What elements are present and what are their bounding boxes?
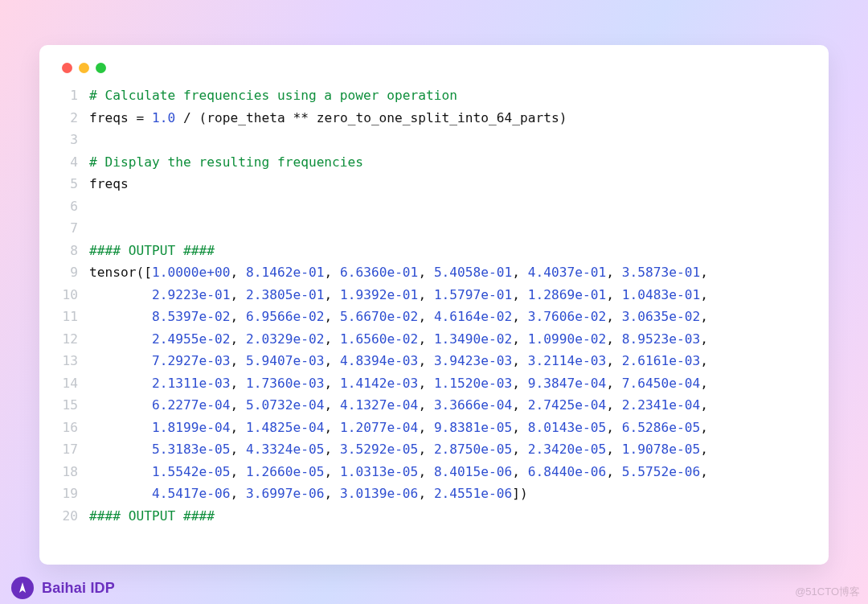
- close-icon: [62, 63, 72, 73]
- line-number: 7: [62, 217, 89, 240]
- number-literal: 1.0: [152, 107, 175, 129]
- line-number: 6: [62, 195, 89, 218]
- brand-logo-icon: [11, 577, 34, 599]
- code-line: 10 2.9223e-01, 2.3805e-01, 1.9392e-01, 1…: [62, 284, 806, 306]
- code-line: 3: [62, 129, 806, 151]
- code-line: 12 2.4955e-02, 2.0329e-02, 1.6560e-02, 1…: [62, 328, 806, 351]
- code-line: 9tensor([1.0000e+00, 8.1462e-01, 6.6360e…: [62, 261, 806, 284]
- watermark: @51CTO博客: [795, 585, 860, 599]
- minimize-icon: [79, 63, 89, 73]
- indent: [89, 328, 152, 351]
- line-number: 18: [62, 461, 89, 483]
- line-number: 3: [62, 129, 89, 151]
- code-line: 11 8.5397e-02, 6.9566e-02, 5.6670e-02, 4…: [62, 306, 806, 328]
- line-number: 15: [62, 394, 89, 417]
- line-number: 19: [62, 483, 89, 505]
- window-controls: [62, 63, 806, 73]
- code-line: 1# Calculate frequencies using a power o…: [62, 84, 806, 107]
- brand-name: Baihai IDP: [42, 580, 115, 597]
- line-number: 9: [62, 261, 89, 284]
- code-line: 2freqs = 1.0 / (rope_theta ** zero_to_on…: [62, 107, 806, 129]
- code-line: 17 5.3183e-05, 4.3324e-05, 3.5292e-05, 2…: [62, 438, 806, 461]
- indent: [89, 394, 152, 417]
- code-line: 16 1.8199e-04, 1.4825e-04, 1.2077e-04, 9…: [62, 417, 806, 439]
- line-number: 16: [62, 417, 89, 439]
- code-line: 14 2.1311e-03, 1.7360e-03, 1.4142e-03, 1…: [62, 372, 806, 395]
- code-text: =: [136, 107, 152, 129]
- comment: # Display the resulting frequencies: [89, 151, 363, 174]
- indent: [89, 372, 152, 395]
- code-text: tensor([: [89, 261, 152, 284]
- line-number: 20: [62, 505, 89, 528]
- indent: [89, 306, 152, 328]
- code-line: 13 7.2927e-03, 5.9407e-03, 4.8394e-03, 3…: [62, 350, 806, 372]
- tensor-row: 2.4955e-02, 2.0329e-02, 1.6560e-02, 1.34…: [152, 328, 708, 351]
- line-number: 12: [62, 328, 89, 351]
- line-number: 8: [62, 240, 89, 262]
- comment: # Calculate frequencies using a power op…: [89, 84, 457, 107]
- zoom-icon: [96, 63, 106, 73]
- code-line: 4# Display the resulting frequencies: [62, 151, 806, 174]
- line-number: 1: [62, 84, 89, 107]
- code-text: freqs: [89, 107, 136, 129]
- code-line: 20#### OUTPUT ####: [62, 505, 806, 528]
- brand-footer: Baihai IDP: [11, 577, 115, 599]
- indent: [89, 438, 152, 461]
- line-number: 13: [62, 350, 89, 372]
- line-number: 4: [62, 151, 89, 174]
- line-number: 5: [62, 173, 89, 195]
- line-number: 14: [62, 372, 89, 395]
- line-number: 11: [62, 306, 89, 328]
- indent: [89, 483, 152, 505]
- tensor-row: 4.5417e-06, 3.6997e-06, 3.0139e-06, 2.45…: [152, 483, 528, 505]
- code-text: / (rope_theta ** zero_to_one_split_into_…: [175, 107, 567, 129]
- code-line: 18 1.5542e-05, 1.2660e-05, 1.0313e-05, 8…: [62, 461, 806, 483]
- tensor-row: 6.2277e-04, 5.0732e-04, 4.1327e-04, 3.36…: [152, 394, 708, 417]
- tensor-row: 7.2927e-03, 5.9407e-03, 4.8394e-03, 3.94…: [152, 350, 708, 372]
- line-number: 17: [62, 438, 89, 461]
- line-number: 2: [62, 107, 89, 129]
- indent: [89, 350, 152, 372]
- code-card: 1# Calculate frequencies using a power o…: [39, 45, 829, 565]
- indent: [89, 461, 152, 483]
- line-number: 10: [62, 284, 89, 306]
- tensor-row: 8.5397e-02, 6.9566e-02, 5.6670e-02, 4.61…: [152, 306, 708, 328]
- tensor-row: 1.8199e-04, 1.4825e-04, 1.2077e-04, 9.83…: [152, 417, 708, 439]
- code-text: freqs: [89, 173, 129, 195]
- code-line: 5freqs: [62, 173, 806, 195]
- code-line: 8#### OUTPUT ####: [62, 240, 806, 262]
- code-line: 15 6.2277e-04, 5.0732e-04, 4.1327e-04, 3…: [62, 394, 806, 417]
- code-line: 7: [62, 217, 806, 240]
- output-header: #### OUTPUT ####: [89, 240, 215, 262]
- tensor-row: 2.9223e-01, 2.3805e-01, 1.9392e-01, 1.57…: [152, 284, 708, 306]
- tensor-row: 5.3183e-05, 4.3324e-05, 3.5292e-05, 2.87…: [152, 438, 708, 461]
- code-block: 1# Calculate frequencies using a power o…: [62, 84, 806, 527]
- tensor-row: 1.5542e-05, 1.2660e-05, 1.0313e-05, 8.40…: [152, 461, 708, 483]
- code-line: 6: [62, 195, 806, 218]
- code-line: 19 4.5417e-06, 3.6997e-06, 3.0139e-06, 2…: [62, 483, 806, 505]
- output-header: #### OUTPUT ####: [89, 505, 215, 528]
- indent: [89, 284, 152, 306]
- indent: [89, 417, 152, 439]
- tensor-row: 1.0000e+00, 8.1462e-01, 6.6360e-01, 5.40…: [152, 261, 708, 284]
- tensor-row: 2.1311e-03, 1.7360e-03, 1.4142e-03, 1.15…: [152, 372, 708, 395]
